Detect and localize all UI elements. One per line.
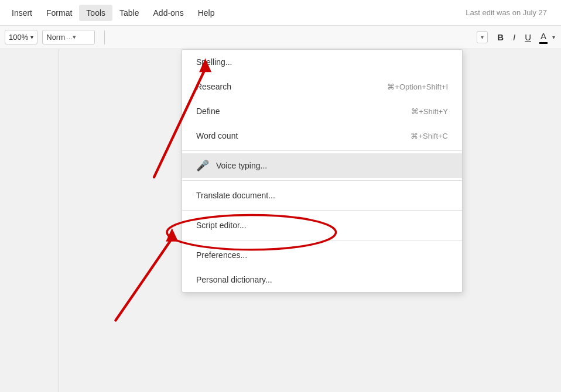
menu-item-research[interactable]: Research ⌘+Option+Shift+I xyxy=(182,74,462,99)
research-shortcut: ⌘+Option+Shift+I xyxy=(387,82,448,91)
menu-item-help[interactable]: Help xyxy=(191,5,222,21)
define-shortcut: ⌘+Shift+Y xyxy=(411,107,448,116)
separator-1 xyxy=(182,150,462,151)
content-area: Spelling... Research ⌘+Option+Shift+I De… xyxy=(0,49,561,392)
font-color-button[interactable]: A xyxy=(536,29,551,46)
separator-4 xyxy=(182,240,462,240)
script-editor-label: Script editor... xyxy=(196,221,448,230)
font-color-label: A xyxy=(541,31,546,41)
style-value: Norm xyxy=(46,33,65,42)
doc-sidebar xyxy=(0,49,59,392)
menu-item-define[interactable]: Define ⌘+Shift+Y xyxy=(182,99,462,123)
preferences-label: Preferences... xyxy=(196,250,448,260)
menu-item-table[interactable]: Table xyxy=(112,5,146,21)
menu-item-translate[interactable]: Translate document... xyxy=(182,183,462,208)
word-count-label: Word count xyxy=(196,131,396,140)
svg-marker-4 xyxy=(166,228,178,242)
svg-line-3 xyxy=(116,239,172,321)
bold-button[interactable]: B xyxy=(492,30,508,44)
research-label: Research xyxy=(196,82,373,91)
voice-typing-label: Voice typing... xyxy=(216,161,448,170)
toolbar-divider-1 xyxy=(104,30,105,44)
menu-item-preferences[interactable]: Preferences... xyxy=(182,243,462,267)
word-count-shortcut: ⌘+Shift+C xyxy=(411,132,448,140)
last-edit-label: Last edit was on July 27 xyxy=(466,8,556,17)
zoom-selector[interactable]: 100% ▾ xyxy=(5,30,37,44)
menu-item-insert[interactable]: Insert xyxy=(5,5,39,21)
menu-bar: Insert Format Tools Table Add-ons Help L… xyxy=(0,0,561,26)
doc-area: Spelling... Research ⌘+Option+Shift+I De… xyxy=(59,49,561,392)
personal-dictionary-label: Personal dictionary... xyxy=(196,275,448,284)
menu-item-word-count[interactable]: Word count ⌘+Shift+C xyxy=(182,123,462,148)
tools-dropdown-menu: Spelling... Research ⌘+Option+Shift+I De… xyxy=(182,49,463,293)
menu-item-script-editor[interactable]: Script editor... xyxy=(182,213,462,238)
menu-item-voice-typing[interactable]: 🎤 Voice typing... xyxy=(182,153,462,178)
translate-label: Translate document... xyxy=(196,191,448,200)
spelling-label: Spelling... xyxy=(196,57,448,67)
toolbar: 100% ▾ Norm …▾ ▾ B I U A ▾ xyxy=(0,26,561,49)
zoom-value: 100% xyxy=(9,33,28,42)
font-selector[interactable]: ▾ xyxy=(477,31,488,43)
menu-item-addons[interactable]: Add-ons xyxy=(146,5,191,21)
separator-3 xyxy=(182,210,462,211)
italic-button[interactable]: I xyxy=(508,30,520,44)
style-selector[interactable]: Norm …▾ xyxy=(42,30,95,44)
font-arrow: ▾ xyxy=(481,34,484,40)
arrow-to-voice-typing xyxy=(116,228,179,320)
define-label: Define xyxy=(196,106,397,116)
font-color-indicator xyxy=(539,42,548,44)
menu-item-format[interactable]: Format xyxy=(39,5,79,21)
zoom-arrow: ▾ xyxy=(30,34,33,40)
menu-item-tools[interactable]: Tools xyxy=(79,5,112,21)
style-arrow: …▾ xyxy=(66,33,76,41)
menu-item-spelling[interactable]: Spelling... xyxy=(182,50,462,74)
separator-2 xyxy=(182,180,462,181)
microphone-icon: 🎤 xyxy=(196,159,209,172)
menu-item-personal-dictionary[interactable]: Personal dictionary... xyxy=(182,267,462,292)
underline-button[interactable]: U xyxy=(520,30,536,44)
font-color-arrow[interactable]: ▾ xyxy=(551,32,556,43)
